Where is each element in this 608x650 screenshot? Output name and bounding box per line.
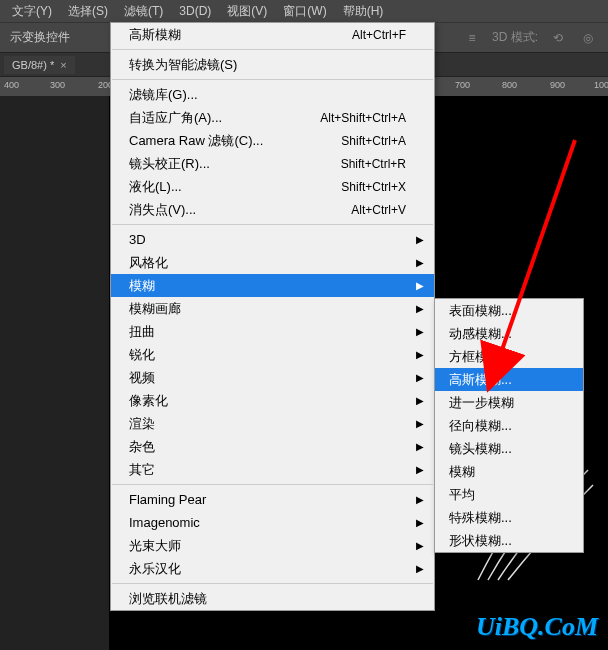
menu-convert-smart-filter[interactable]: 转换为智能滤镜(S) <box>111 53 434 76</box>
menu-other-sub[interactable]: 其它▶ <box>111 458 434 481</box>
submenu-arrow-icon: ▶ <box>416 349 424 360</box>
submenu-arrow-icon: ▶ <box>416 464 424 475</box>
submenu-further-blur[interactable]: 进一步模糊 <box>435 391 583 414</box>
3d-mode-label: 3D 模式: <box>492 29 538 46</box>
menu-view[interactable]: 视图(V) <box>219 3 275 20</box>
document-tab[interactable]: GB/8#) * × <box>4 56 75 74</box>
menu-lens-correction[interactable]: 镜头校正(R)... Shift+Ctrl+R <box>111 152 434 175</box>
menu-imagenomic[interactable]: Imagenomic▶ <box>111 511 434 534</box>
ruler-tick: 1000 <box>594 80 608 90</box>
submenu-arrow-icon: ▶ <box>416 234 424 245</box>
menu-light-master[interactable]: 光束大师▶ <box>111 534 434 557</box>
submenu-special-blur[interactable]: 特殊模糊... <box>435 506 583 529</box>
tab-label: GB/8#) * <box>12 59 54 71</box>
submenu-arrow-icon: ▶ <box>416 280 424 291</box>
menu-camera-raw[interactable]: Camera Raw 滤镜(C)... Shift+Ctrl+A <box>111 129 434 152</box>
menu-separator <box>112 583 433 584</box>
menu-item-label: 永乐汉化 <box>129 560 181 578</box>
filter-dropdown-menu: 高斯模糊 Alt+Ctrl+F 转换为智能滤镜(S) 滤镜库(G)... 自适应… <box>110 22 435 611</box>
submenu-arrow-icon: ▶ <box>416 441 424 452</box>
menu-item-label: 风格化 <box>129 254 168 272</box>
submenu-motion-blur[interactable]: 动感模糊... <box>435 322 583 345</box>
align-icon[interactable]: ≡ <box>462 28 482 48</box>
menu-item-label: 其它 <box>129 461 155 479</box>
submenu-gaussian-blur[interactable]: 高斯模糊... <box>435 368 583 391</box>
submenu-arrow-icon: ▶ <box>416 418 424 429</box>
menu-item-label: 模糊 <box>129 277 155 295</box>
menu-item-label: 视频 <box>129 369 155 387</box>
menu-3d-sub[interactable]: 3D▶ <box>111 228 434 251</box>
menu-browse-online[interactable]: 浏览联机滤镜 <box>111 587 434 610</box>
ruler-tick: 400 <box>4 80 19 90</box>
menu-item-label: 模糊画廊 <box>129 300 181 318</box>
menu-liquify[interactable]: 液化(L)... Shift+Ctrl+X <box>111 175 434 198</box>
menu-blur-gallery-sub[interactable]: 模糊画廊▶ <box>111 297 434 320</box>
menu-select[interactable]: 选择(S) <box>60 3 116 20</box>
camera-icon[interactable]: ◎ <box>578 28 598 48</box>
menu-shortcut: Shift+Ctrl+A <box>341 134 406 148</box>
menu-stylize-sub[interactable]: 风格化▶ <box>111 251 434 274</box>
menu-item-label: 液化(L)... <box>129 178 182 196</box>
ruler-tick: 900 <box>550 80 565 90</box>
menu-item-label: Flaming Pear <box>129 492 206 507</box>
menu-sharpen-sub[interactable]: 锐化▶ <box>111 343 434 366</box>
submenu-lens-blur[interactable]: 镜头模糊... <box>435 437 583 460</box>
submenu-box-blur[interactable]: 方框模糊... <box>435 345 583 368</box>
orbit-icon[interactable]: ⟲ <box>548 28 568 48</box>
submenu-arrow-icon: ▶ <box>416 540 424 551</box>
menu-item-label: 扭曲 <box>129 323 155 341</box>
menu-item-label: 高斯模糊 <box>129 26 181 44</box>
menu-render-sub[interactable]: 渲染▶ <box>111 412 434 435</box>
menu-yongle[interactable]: 永乐汉化▶ <box>111 557 434 580</box>
menu-3d[interactable]: 3D(D) <box>171 4 219 18</box>
menu-separator <box>112 79 433 80</box>
menu-distort-sub[interactable]: 扭曲▶ <box>111 320 434 343</box>
menu-flaming-pear[interactable]: Flaming Pear▶ <box>111 488 434 511</box>
menu-item-label: 滤镜库(G)... <box>129 86 198 104</box>
submenu-surface-blur[interactable]: 表面模糊... <box>435 299 583 322</box>
menu-adaptive-wide-angle[interactable]: 自适应广角(A)... Alt+Shift+Ctrl+A <box>111 106 434 129</box>
submenu-blur[interactable]: 模糊 <box>435 460 583 483</box>
menu-item-label: 渲染 <box>129 415 155 433</box>
ruler-tick: 800 <box>502 80 517 90</box>
submenu-radial-blur[interactable]: 径向模糊... <box>435 414 583 437</box>
menu-item-label: 镜头校正(R)... <box>129 155 210 173</box>
menu-blur-sub[interactable]: 模糊▶ <box>111 274 434 297</box>
menubar: 文字(Y) 选择(S) 滤镜(T) 3D(D) 视图(V) 窗口(W) 帮助(H… <box>0 0 608 22</box>
menu-item-label: 消失点(V)... <box>129 201 196 219</box>
submenu-arrow-icon: ▶ <box>416 517 424 528</box>
submenu-shape-blur[interactable]: 形状模糊... <box>435 529 583 552</box>
submenu-arrow-icon: ▶ <box>416 257 424 268</box>
submenu-arrow-icon: ▶ <box>416 372 424 383</box>
ruler-tick: 300 <box>50 80 65 90</box>
menu-shortcut: Shift+Ctrl+X <box>341 180 406 194</box>
menu-separator <box>112 484 433 485</box>
menu-help[interactable]: 帮助(H) <box>335 3 392 20</box>
watermark: UiBQ.CoM <box>476 612 598 642</box>
menu-filter[interactable]: 滤镜(T) <box>116 3 171 20</box>
menu-window[interactable]: 窗口(W) <box>275 3 334 20</box>
menu-item-label: 自适应广角(A)... <box>129 109 222 127</box>
menu-filter-gallery[interactable]: 滤镜库(G)... <box>111 83 434 106</box>
menu-vanishing-point[interactable]: 消失点(V)... Alt+Ctrl+V <box>111 198 434 221</box>
tab-close-icon[interactable]: × <box>60 59 66 71</box>
menu-noise-sub[interactable]: 杂色▶ <box>111 435 434 458</box>
menu-last-filter[interactable]: 高斯模糊 Alt+Ctrl+F <box>111 23 434 46</box>
menu-video-sub[interactable]: 视频▶ <box>111 366 434 389</box>
menu-item-label: 锐化 <box>129 346 155 364</box>
menu-item-label: 光束大师 <box>129 537 181 555</box>
menu-separator <box>112 224 433 225</box>
menu-item-label: 杂色 <box>129 438 155 456</box>
menu-item-label: Camera Raw 滤镜(C)... <box>129 132 263 150</box>
menu-text[interactable]: 文字(Y) <box>4 3 60 20</box>
submenu-average[interactable]: 平均 <box>435 483 583 506</box>
menu-item-label: Imagenomic <box>129 515 200 530</box>
blur-submenu: 表面模糊... 动感模糊... 方框模糊... 高斯模糊... 进一步模糊 径向… <box>434 298 584 553</box>
menu-item-label: 浏览联机滤镜 <box>129 590 207 608</box>
submenu-arrow-icon: ▶ <box>416 563 424 574</box>
menu-pixelate-sub[interactable]: 像素化▶ <box>111 389 434 412</box>
menu-item-label: 像素化 <box>129 392 168 410</box>
ruler-tick: 700 <box>455 80 470 90</box>
menu-shortcut: Alt+Ctrl+F <box>352 28 406 42</box>
submenu-arrow-icon: ▶ <box>416 494 424 505</box>
